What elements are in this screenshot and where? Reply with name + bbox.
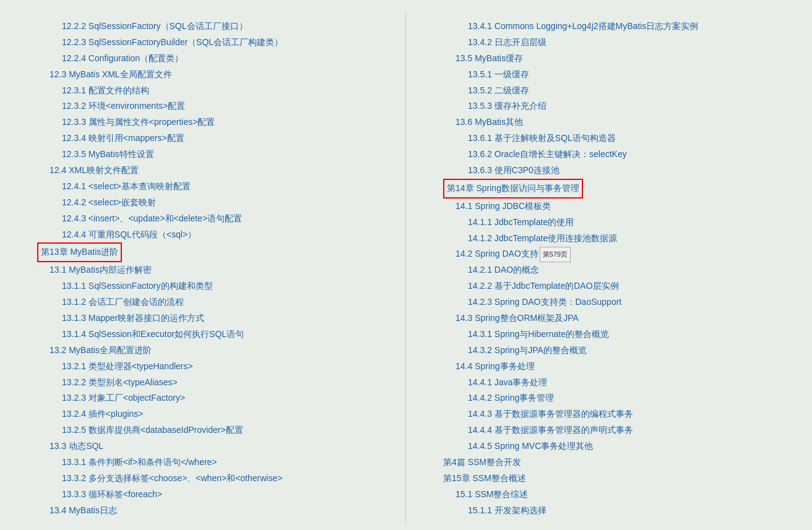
highlighted-item: 第13章 MyBatis进阶: [37, 242, 122, 262]
toc-item: 14.1.2 JdbcTemplate使用连接池数据源: [468, 231, 793, 247]
toc-item: 13.3.2 多分支选择标签<choose>、<when>和<otherwise…: [62, 471, 387, 487]
toc-item: 13.3.3 循环标签<foreach>: [62, 487, 387, 503]
toc-item: 13.6.2 Oracle自增长主键解决：selectKey: [468, 147, 793, 163]
page-container: 12.2.2 SqlSessionFactory（SQL会话工厂接口）12.2.…: [0, 0, 812, 530]
toc-item: 13.1 MyBatis内部运作解密: [50, 262, 387, 278]
highlighted-item: 第14章 Spring数据访问与事务管理: [443, 179, 583, 199]
toc-item: 12.4 XML映射文件配置: [50, 163, 387, 179]
left-column: 12.2.2 SqlSessionFactory（SQL会话工厂接口）12.2.…: [0, 12, 406, 525]
toc-item: 13.4.1 Commons Logging+Log4j2搭建MyBatis日志…: [468, 19, 793, 35]
toc-item: 13.2.4 插件<plugins>: [62, 406, 387, 422]
toc-item: 13.5.3 缓存补充介绍: [468, 98, 793, 114]
toc-item: 12.4.4 可重用SQL代码段（<sql>）: [62, 227, 387, 243]
toc-item: 12.2.3 SqlSessionFactoryBuilder（SQL会话工厂构…: [62, 35, 387, 51]
toc-item: 12.3 MyBatis XML全局配置文件: [50, 67, 387, 83]
toc-item: 14.3 Spring整合ORM框架及JPA: [456, 310, 793, 327]
toc-item: 13.1.1 SqlSessionFactory的构建和类型: [62, 278, 387, 294]
toc-item: 14.3.1 Spring与Hibernate的整合概览: [468, 327, 793, 343]
toc-item: 14.4 Spring事务处理: [456, 359, 793, 375]
toc-item: 13.2.3 对象工厂<objectFactory>: [62, 390, 387, 406]
toc-item: 12.2.2 SqlSessionFactory（SQL会话工厂接口）: [62, 19, 387, 35]
toc-item: 14.2.2 基于JdbcTemplate的DAO层实例: [468, 278, 793, 294]
right-column: 13.4.1 Commons Logging+Log4j2搭建MyBatis日志…: [406, 12, 812, 525]
toc-item: 13.5 MyBatis缓存: [456, 51, 793, 67]
toc-item: 12.3.5 MyBatis特性设置: [62, 147, 387, 163]
toc-item: 14.2.1 DAO的概念: [468, 262, 793, 278]
toc-item: 13.2.2 类型别名<typeAliases>: [62, 375, 387, 391]
toc-item: 13.5.2 二级缓存: [468, 83, 793, 99]
toc-item: 13.3 动态SQL: [50, 438, 387, 455]
toc-item: 第13章 MyBatis进阶: [37, 242, 387, 262]
toc-item: 15.1.1 开发架构选择: [468, 503, 793, 519]
toc-item: 13.1.2 会话工厂创建会话的流程: [62, 294, 387, 310]
toc-item: 14.4.1 Java事务处理: [468, 375, 793, 391]
toc-item: 12.3.3 属性与属性文件<properties>配置: [62, 114, 387, 130]
toc-item: 14.4.5 Spring MVC事务处理其他: [468, 438, 793, 455]
toc-item: 13.1.3 Mapper映射器接口的运作方式: [62, 310, 387, 327]
toc-item: 12.4.1 <select>基本查询映射配置: [62, 179, 387, 195]
toc-item: 12.3.4 映射引用<mappers>配置: [62, 130, 387, 147]
toc-item: 15.1 SSM整合综述: [456, 487, 793, 503]
page-badge: 第579页: [540, 247, 571, 262]
toc-item: 13.1.4 SqlSession和Executor如何执行SQL语句: [62, 327, 387, 343]
toc-item: 第15章 SSM整合概述: [443, 471, 793, 487]
toc-item: 12.3.1 配置文件的结构: [62, 83, 387, 99]
toc-item: 14.4.2 Spring事务管理: [468, 390, 793, 406]
toc-item: 14.4.3 基于数据源事务管理器的编程式事务: [468, 406, 793, 422]
toc-item: 第4篇 SSM整合开发: [443, 455, 793, 471]
toc-item: 13.6.3 使用C3P0连接池: [468, 163, 793, 179]
toc-item: 12.4.2 <select>嵌套映射: [62, 195, 387, 211]
toc-item: 14.1 Spring JDBC模板类: [456, 199, 793, 215]
toc-item: 13.6.1 基于注解映射及SQL语句构造器: [468, 130, 793, 147]
toc-item: 13.3.1 条件判断<if>和条件语句</where>: [62, 455, 387, 471]
toc-item: 14.4.4 基于数据源事务管理器的声明式事务: [468, 422, 793, 438]
toc-item: 12.4.3 <insert>、<update>和<delete>语句配置: [62, 211, 387, 227]
toc-item: 13.4.2 日志开启层级: [468, 35, 793, 51]
toc-item: 13.4 MyBatis日志: [50, 503, 387, 519]
toc-item: 第14章 Spring数据访问与事务管理: [443, 179, 793, 199]
toc-item: 13.2.1 类型处理器<typeHandlers>: [62, 359, 387, 375]
toc-item: 14.3.2 Spring与JPA的整合概览: [468, 343, 793, 359]
toc-item: 13.2.5 数据库提供商<databaseIdProvider>配置: [62, 422, 387, 438]
toc-item: 14.1.1 JdbcTemplate的使用: [468, 215, 793, 231]
toc-item: 12.2.4 Configuration（配置类）: [62, 51, 387, 67]
toc-item: 13.5.1 一级缓存: [468, 67, 793, 83]
toc-item: 14.2.3 Spring DAO支持类：DaoSupport: [468, 294, 793, 310]
toc-item: 12.3.2 环境<environments>配置: [62, 98, 387, 114]
toc-item: 13.6 MyBatis其他: [456, 114, 793, 130]
toc-item: 14.2 Spring DAO支持第579页: [456, 246, 793, 262]
toc-item: 13.2 MyBatis全局配置进阶: [50, 343, 387, 359]
